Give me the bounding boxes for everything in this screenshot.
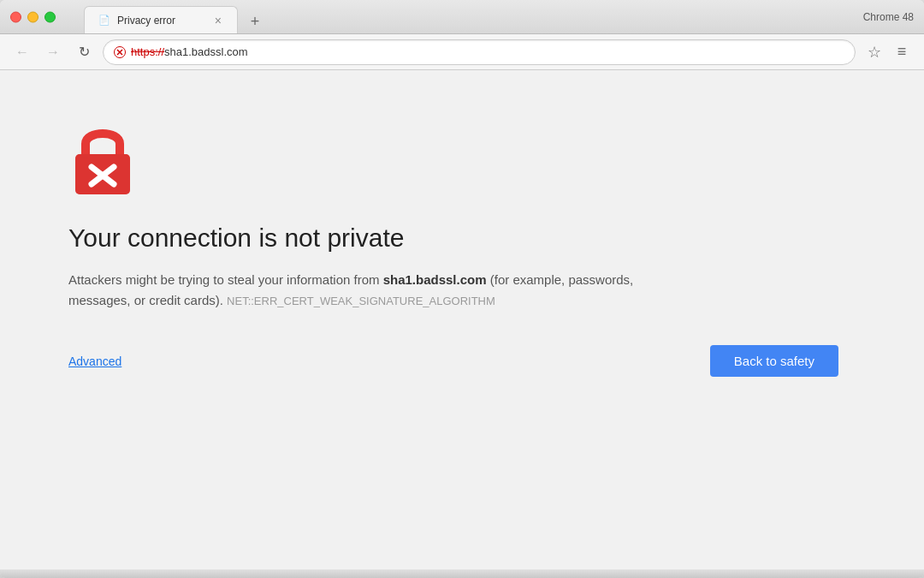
new-tab-button[interactable]: +: [241, 9, 269, 33]
address-bar[interactable]: https://sha1.badssl.com: [103, 39, 856, 65]
lock-icon-container: [68, 122, 137, 198]
minimize-button[interactable]: [27, 11, 38, 22]
page-content: Your connection is not private Attackers…: [0, 70, 924, 569]
nav-right-icons: ☆ ≡: [862, 40, 914, 64]
browser-window: 📄 Privacy error × + Chrome 48 ← → ↻ http…: [0, 0, 924, 578]
close-button[interactable]: [10, 11, 21, 22]
back-to-safety-button[interactable]: Back to safety: [710, 345, 838, 377]
title-bar: 📄 Privacy error × + Chrome 48: [0, 0, 924, 34]
tabs-area: 📄 Privacy error × +: [84, 0, 269, 33]
description-before: Attackers might be trying to steal your …: [68, 272, 383, 287]
privacy-error-icon: [68, 122, 137, 194]
bookmark-button[interactable]: ☆: [862, 40, 886, 64]
description-site: sha1.badssl.com: [383, 272, 487, 287]
menu-button[interactable]: ≡: [890, 40, 914, 64]
url-text: https://sha1.badssl.com: [131, 45, 844, 58]
security-error-icon: [114, 46, 126, 58]
active-tab[interactable]: 📄 Privacy error ×: [84, 6, 238, 33]
buttons-row: Advanced Back to safety: [68, 345, 838, 377]
forward-button[interactable]: →: [41, 40, 65, 64]
url-domain-part: sha1.badssl.com: [164, 45, 248, 58]
page-footer: [0, 569, 924, 578]
main-heading: Your connection is not private: [68, 223, 404, 253]
tab-close-button[interactable]: ×: [213, 12, 223, 29]
description: Attackers might be trying to steal your …: [68, 270, 667, 311]
maximize-button[interactable]: [44, 11, 56, 22]
error-code: NET::ERR_CERT_WEAK_SIGNATURE_ALGORITHM: [227, 295, 495, 307]
back-button[interactable]: ←: [10, 40, 34, 64]
nav-bar: ← → ↻ https://sha1.badssl.com ☆ ≡: [0, 34, 924, 70]
tab-icon: 📄: [98, 15, 110, 26]
advanced-link[interactable]: Advanced: [68, 355, 121, 368]
tab-title: Privacy error: [117, 15, 206, 27]
url-https-part: https://: [131, 45, 164, 58]
reload-button[interactable]: ↻: [72, 40, 96, 64]
chrome-version-label: Chrome 48: [863, 11, 914, 23]
window-controls: [10, 11, 56, 22]
